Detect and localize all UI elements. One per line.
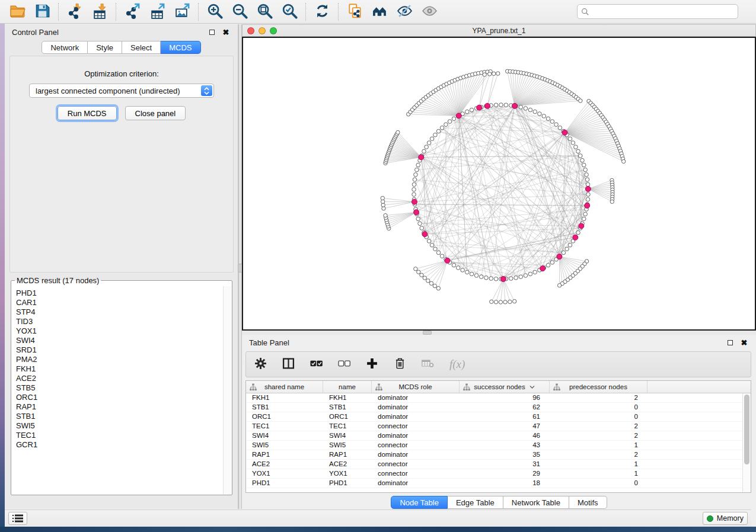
add-column-button[interactable] [366, 357, 378, 372]
function-builder-button[interactable]: f(x) [449, 357, 465, 372]
network-node[interactable] [465, 270, 469, 274]
network-node[interactable] [484, 276, 489, 280]
network-node[interactable] [508, 300, 512, 303]
network-node[interactable] [494, 103, 498, 107]
table-panel-float-button[interactable] [725, 338, 735, 347]
network-node[interactable] [436, 287, 440, 290]
table-row[interactable]: SWI4SWI4dominator462 [246, 431, 751, 441]
network-node[interactable] [489, 277, 493, 281]
network-node[interactable] [470, 108, 474, 112]
mcds-result-item[interactable]: PHD1 [16, 289, 222, 298]
network-node[interactable] [580, 158, 585, 162]
split-view-button[interactable] [282, 357, 295, 372]
save-session-button[interactable] [30, 2, 55, 22]
network-node[interactable] [452, 117, 456, 121]
network-node[interactable] [546, 117, 550, 121]
zoom-out-button[interactable] [227, 2, 252, 22]
network-node[interactable] [571, 141, 575, 145]
mcds-node[interactable] [540, 266, 546, 271]
mcds-result-item[interactable]: YOX1 [16, 326, 222, 336]
network-node[interactable] [499, 300, 502, 304]
mcds-node[interactable] [562, 130, 567, 135]
settings-button[interactable] [254, 357, 267, 372]
network-node[interactable] [479, 275, 483, 279]
export-image-button[interactable] [170, 2, 194, 22]
network-node[interactable] [412, 188, 416, 192]
table-tab-edge-table[interactable]: Edge Table [448, 496, 503, 509]
network-node[interactable] [504, 103, 508, 107]
memory-button[interactable]: Memory [703, 512, 748, 525]
network-node[interactable] [415, 168, 419, 172]
horizontal-splitter-handle[interactable] [423, 331, 432, 335]
network-node[interactable] [554, 123, 559, 127]
first-neighbors-button[interactable] [367, 2, 392, 22]
mcds-node[interactable] [585, 203, 590, 208]
refresh-layout-button[interactable] [310, 2, 334, 22]
network-node[interactable] [461, 268, 465, 273]
network-node[interactable] [512, 299, 516, 303]
network-node[interactable] [568, 243, 572, 247]
network-node[interactable] [474, 274, 479, 278]
network-node[interactable] [586, 182, 590, 187]
mcds-node[interactable] [414, 210, 419, 215]
network-node[interactable] [583, 212, 588, 216]
criterion-dropdown[interactable]: largest connected component (undirected) [29, 84, 214, 98]
network-node[interactable] [494, 300, 497, 304]
mcds-list-scrollbar[interactable] [223, 286, 231, 494]
network-canvas[interactable] [242, 37, 756, 331]
table-tab-node-table[interactable]: Node Table [391, 496, 448, 509]
network-node[interactable] [519, 275, 523, 279]
network-node[interactable] [621, 159, 625, 163]
hide-selected-button[interactable] [392, 2, 417, 22]
task-history-button[interactable] [8, 512, 27, 525]
network-node[interactable] [533, 270, 537, 274]
network-node[interactable] [558, 126, 562, 130]
network-node[interactable] [456, 266, 460, 270]
table-scrollbar-thumb[interactable] [744, 395, 749, 464]
network-node[interactable] [423, 276, 426, 280]
network-node[interactable] [422, 149, 426, 153]
mcds-result-item[interactable]: CAR1 [16, 298, 222, 307]
mcds-result-item[interactable]: FKH1 [16, 364, 222, 374]
column-header-shared-name[interactable]: shared name [246, 381, 323, 393]
mcds-result-item[interactable]: SWI5 [16, 421, 222, 431]
network-node[interactable] [574, 145, 578, 149]
network-node[interactable] [440, 126, 444, 130]
mcds-node[interactable] [579, 223, 584, 229]
column-header-successor-nodes[interactable]: successor nodes [460, 381, 550, 393]
network-node[interactable] [550, 120, 554, 124]
zoom-fit-button[interactable] [252, 2, 277, 22]
mcds-result-item[interactable]: RAP1 [16, 402, 222, 412]
mcds-result-item[interactable]: ORC1 [16, 393, 222, 402]
mcds-node[interactable] [412, 199, 417, 204]
network-node[interactable] [416, 217, 420, 221]
network-node[interactable] [412, 182, 416, 187]
network-node[interactable] [448, 120, 452, 124]
network-node[interactable] [425, 145, 429, 149]
network-node[interactable] [381, 196, 384, 200]
network-node[interactable] [488, 72, 492, 76]
network-node[interactable] [585, 178, 589, 182]
network-node[interactable] [483, 73, 486, 76]
network-node[interactable] [420, 273, 423, 277]
horizontal-splitter[interactable] [242, 331, 756, 335]
table-row[interactable]: RAP1RAP1dominator352 [246, 450, 751, 460]
network-node[interactable] [414, 267, 417, 271]
mcds-node[interactable] [422, 232, 428, 237]
mcds-node[interactable] [585, 186, 591, 191]
network-node[interactable] [562, 251, 566, 255]
network-node[interactable] [578, 154, 582, 158]
mcds-result-item[interactable]: TID3 [16, 317, 222, 326]
network-node[interactable] [538, 112, 542, 116]
network-node[interactable] [430, 243, 434, 247]
network-node[interactable] [430, 137, 434, 141]
network-node[interactable] [416, 163, 420, 167]
zoom-selected-button[interactable] [277, 2, 302, 22]
tab-mcds[interactable]: MCDS [161, 41, 200, 54]
import-table-button[interactable] [87, 2, 112, 22]
network-node[interactable] [528, 272, 532, 276]
network-node[interactable] [494, 277, 498, 281]
network-node[interactable] [542, 114, 546, 118]
network-node[interactable] [417, 270, 420, 274]
network-node[interactable] [496, 72, 500, 75]
